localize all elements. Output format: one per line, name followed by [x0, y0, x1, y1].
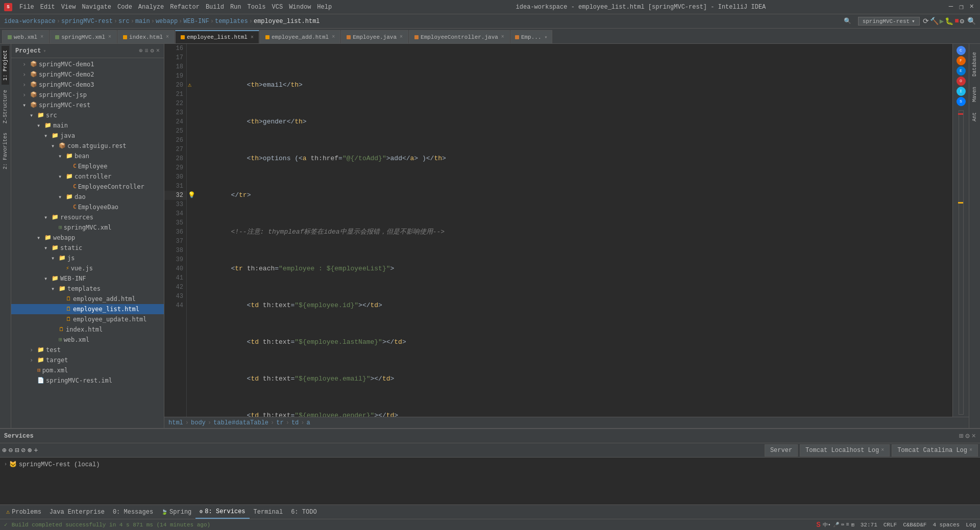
bottom-tab-problems[interactable]: ⚠ Problems — [2, 506, 45, 519]
close-catalina-log[interactable]: × — [969, 447, 972, 453]
tree-item-target[interactable]: › 📁 target — [11, 355, 164, 365]
services-close-icon[interactable]: × — [972, 432, 976, 440]
browser-firefox-icon[interactable]: F — [957, 56, 966, 65]
menu-run[interactable]: Run — [227, 3, 244, 12]
left-vtab-favorites[interactable]: 2: Favorites — [2, 129, 9, 173]
charset[interactable]: C&B&D&F — [903, 522, 926, 528]
services-toolbar-stop-icon[interactable]: ⊖ — [8, 446, 12, 455]
tree-item-templates[interactable]: ▾ 📁 templates — [11, 284, 164, 294]
tab-emp-more[interactable]: Emp... ▾ — [510, 30, 552, 43]
services-toolbar-all-icon[interactable]: ⊕ — [2, 446, 6, 455]
tree-item-src[interactable]: ▾ 📁 src — [11, 110, 164, 120]
services-expand-icon[interactable]: ⊞ — [959, 432, 963, 440]
window-maximize-btn[interactable]: ❐ — [957, 3, 965, 11]
menu-edit[interactable]: Edit — [37, 3, 58, 12]
menu-help[interactable]: Help — [314, 3, 335, 12]
menu-navigate[interactable]: Navigate — [79, 3, 114, 12]
tabs-overflow-btn[interactable]: ▾ — [544, 34, 547, 40]
breadcrumb-src[interactable]: src — [118, 18, 130, 25]
tab-employee-java[interactable]: Employee.java × — [341, 30, 408, 43]
services-tab-catalina-log[interactable]: Tomcat Catalina Log × — [892, 444, 978, 457]
menu-code[interactable]: Code — [114, 3, 135, 12]
window-minimize-btn[interactable]: ─ — [947, 3, 955, 11]
tab-employee-add-html[interactable]: employee_add.html × — [260, 30, 340, 43]
window-close-btn[interactable]: × — [968, 3, 976, 11]
services-toolbar-filter-icon[interactable]: ⊘ — [21, 446, 25, 455]
tree-item-resources[interactable]: ▾ 📁 resources — [11, 212, 164, 222]
menu-analyze[interactable]: Analyze — [135, 3, 167, 12]
tree-item-employee-list[interactable]: 🗒 employee_list.html — [11, 304, 164, 314]
tab-web-xml[interactable]: web.xml × — [2, 30, 49, 43]
tree-item-demo2[interactable]: › 📦 springMVC-demo2 — [11, 69, 164, 80]
services-toolbar-sort-icon[interactable]: ⊛ — [28, 446, 32, 455]
bottom-tab-services[interactable]: ⚙ 8: Services — [195, 506, 249, 519]
tree-item-js[interactable]: ▾ 📁 js — [11, 253, 164, 263]
tree-item-demo3[interactable]: › 📦 springMVC-demo3 — [11, 80, 164, 90]
tree-item-webapp[interactable]: ▾ 📁 webapp — [11, 233, 164, 243]
code-content-area[interactable]: <th>email</th> <th>gender</th> <th>optio… — [197, 44, 952, 417]
toolbar-run-btn[interactable]: ▶ — [940, 17, 944, 26]
tree-item-iml[interactable]: 📄 springMVC-rest.iml — [11, 375, 164, 386]
tree-item-employee-update[interactable]: 🗒 employee_update.html — [11, 314, 164, 324]
path-table[interactable]: table#dataTable — [213, 419, 268, 426]
browser-chrome-icon[interactable]: C — [957, 46, 966, 55]
services-tree-item[interactable]: › 🐱 springMVC-rest (local) — [4, 460, 976, 469]
breadcrumb-webinf[interactable]: WEB-INF — [183, 18, 209, 25]
tree-item-package[interactable]: ▾ 📦 com.atguigu.rest — [11, 141, 164, 151]
status-log[interactable]: Log — [966, 522, 976, 528]
menu-vcs[interactable]: VCS — [269, 3, 286, 12]
tree-item-static[interactable]: ▾ 📁 static — [11, 243, 164, 253]
left-vtab-project[interactable]: 1: Project — [2, 46, 9, 85]
tree-item-pom[interactable]: ⊞ pom.xml — [11, 365, 164, 375]
services-settings-icon[interactable]: ⚙ — [965, 432, 969, 440]
close-tab-springmvc-xml[interactable]: × — [108, 34, 111, 40]
close-tab-employee-java[interactable]: × — [400, 34, 403, 40]
tree-item-web-xml[interactable]: ⊞ web.xml — [11, 335, 164, 345]
bottom-tab-terminal[interactable]: Terminal — [250, 506, 287, 519]
tree-item-java[interactable]: ▾ 📁 java — [11, 131, 164, 141]
path-td[interactable]: td — [291, 419, 299, 426]
sidebar-collapse-icon[interactable]: ≡ — [144, 47, 148, 55]
tree-item-vuejs[interactable]: ⚡ vue.js — [11, 263, 164, 273]
tree-item-demo1[interactable]: › 📦 springMVC-demo1 — [11, 59, 164, 69]
breadcrumb-main[interactable]: main — [135, 18, 150, 25]
toolbar-stop-btn[interactable]: ■ — [954, 17, 959, 26]
bulb-icon[interactable]: 💡 — [188, 191, 195, 200]
close-tab-employee-add[interactable]: × — [332, 34, 335, 40]
sidebar-settings-icon[interactable]: ⊕ — [139, 47, 142, 55]
services-tab-server[interactable]: Server — [765, 444, 798, 457]
tab-employee-list-html[interactable]: employee_list.html × — [175, 30, 259, 43]
tree-item-test[interactable]: › 📁 test — [11, 345, 164, 355]
path-html[interactable]: html — [168, 419, 183, 426]
left-vtab-structure[interactable]: Z-Structure — [2, 86, 9, 128]
services-toolbar-add-icon[interactable]: + — [34, 446, 38, 455]
breadcrumb-webapp[interactable]: webapp — [156, 18, 178, 25]
tab-springmvc-xml[interactable]: springMVC.xml × — [50, 30, 117, 43]
sidebar-gear-icon[interactable]: ⚙ — [151, 47, 154, 55]
toolbar-hammer-btn[interactable]: 🔨 — [930, 17, 939, 26]
menu-build[interactable]: Build — [203, 3, 227, 12]
browser-opera-icon[interactable]: O — [957, 77, 966, 86]
tab-employeecontroller-java[interactable]: EmployeeController.java × — [409, 30, 510, 43]
tree-item-employeecontroller[interactable]: C EmployeeController — [11, 182, 164, 192]
breadcrumb-workspace[interactable]: idea-workspace — [4, 18, 56, 25]
right-vtab-database[interactable]: Database — [971, 48, 978, 81]
tree-item-employee-add[interactable]: 🗒 employee_add.html — [11, 294, 164, 304]
indent-spaces[interactable]: 4 spaces — [933, 522, 960, 528]
close-tab-index-html[interactable]: × — [166, 34, 169, 40]
browser-safari-icon[interactable]: S — [957, 97, 966, 106]
breadcrumb-project[interactable]: springMVC-rest — [61, 18, 113, 25]
right-vtab-ant[interactable]: Ant — [971, 108, 978, 125]
menu-refactor[interactable]: Refactor — [167, 3, 203, 12]
tree-item-employee[interactable]: C Employee — [11, 161, 164, 171]
breadcrumb-templates[interactable]: templates — [215, 18, 248, 25]
project-selector[interactable]: springMVC-rest ▾ — [858, 17, 920, 26]
sidebar-close-icon[interactable]: × — [156, 47, 160, 55]
right-vtab-maven[interactable]: Maven — [971, 83, 978, 106]
bottom-tab-spring[interactable]: 🍃 Spring — [157, 506, 195, 519]
tree-item-webinf[interactable]: ▾ 📁 WEB-INF — [11, 273, 164, 284]
path-tr[interactable]: tr — [276, 419, 283, 426]
menu-window[interactable]: Window — [286, 3, 314, 12]
toolbar-sync-btn[interactable]: ⟳ — [923, 17, 929, 26]
browser-edge-icon[interactable]: E — [957, 66, 966, 75]
